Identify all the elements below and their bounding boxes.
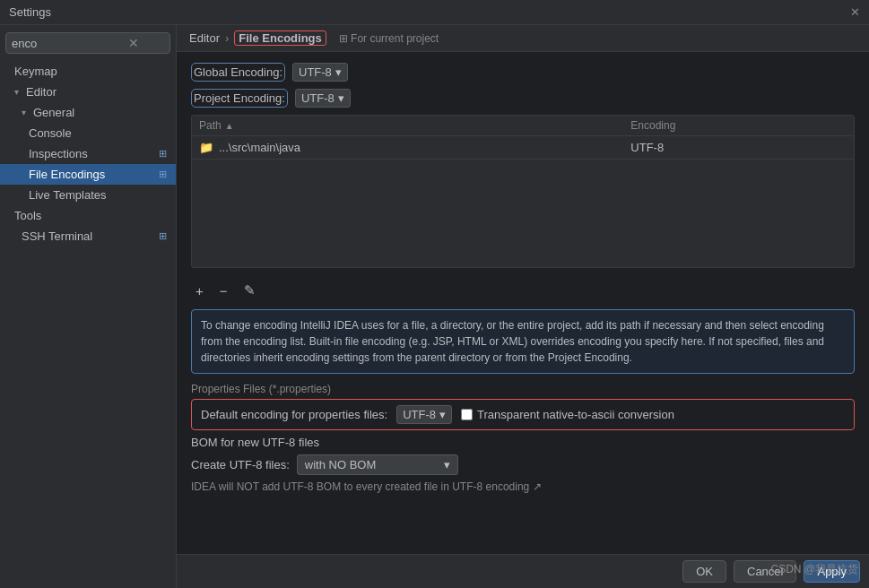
path-cell: 📁 ...\src\main\java (199, 141, 630, 154)
project-encoding-select[interactable]: UTF-8 ▾ (295, 89, 351, 108)
prop-select-arrow: ▾ (439, 408, 446, 421)
breadcrumb-sep: › (225, 31, 229, 45)
content-area: ✕ Keymap ▾ Editor ▾ General Console (0, 25, 869, 588)
settings-content: Global Encoding: UTF-8 ▾ Project Encodin… (177, 52, 869, 554)
table-empty-area (192, 160, 854, 267)
search-input[interactable] (12, 37, 128, 50)
idea-note: IDEA will NOT add UTF-8 BOM to every cre… (191, 480, 855, 493)
create-utf8-select[interactable]: with NO BOM ▾ (297, 454, 458, 475)
sidebar-item-console[interactable]: Console (0, 123, 176, 143)
create-utf8-row: Create UTF-8 files: with NO BOM ▾ (191, 454, 855, 475)
editor-expand: ▾ Editor (14, 85, 56, 99)
table-header: Path ▲ Encoding (192, 116, 854, 136)
default-encoding-label: Default encoding for properties files: (201, 408, 387, 421)
encoding-column-header: Encoding (630, 119, 847, 132)
project-encoding-wrapper: Project Encoding: (191, 89, 288, 108)
expand-arrow-general: ▾ (22, 108, 26, 117)
global-encoding-wrapper: Global Encoding: (191, 63, 285, 82)
transparent-conversion-label: Transparent native-to-ascii conversion (477, 408, 674, 421)
clear-search-icon[interactable]: ✕ (128, 36, 139, 50)
transparent-conversion-checkbox-area: Transparent native-to-ascii conversion (461, 408, 674, 421)
sidebar-item-inspections[interactable]: Inspections ⊞ (0, 143, 176, 164)
expand-arrow-editor: ▾ (14, 87, 19, 97)
transparent-conversion-checkbox[interactable] (461, 409, 473, 420)
close-icon[interactable]: ✕ (850, 5, 860, 19)
encoding-cell: UTF-8 (630, 141, 847, 154)
properties-section: Properties Files (*.properties) Default … (191, 383, 855, 430)
sidebar-item-editor[interactable]: ▾ Editor (0, 82, 176, 102)
sidebar-item-tools[interactable]: Tools (0, 205, 176, 226)
toolbar-row: + − ✎ (191, 277, 855, 304)
breadcrumb-editor: Editor (189, 31, 220, 45)
file-encodings-icon: ⊞ (159, 169, 167, 180)
window-title: Settings (9, 5, 51, 19)
watermark: CSDN @我是坑货 (770, 562, 858, 577)
sidebar-item-keymap[interactable]: Keymap (0, 61, 176, 82)
project-encoding-label: Project Encoding: (194, 91, 285, 105)
path-column-header[interactable]: Path ▲ (199, 119, 630, 132)
title-bar: Settings ✕ (0, 0, 869, 25)
info-box: To change encoding IntelliJ IDEA uses fo… (191, 309, 855, 374)
table-row[interactable]: 📁 ...\src\main\java UTF-8 (192, 136, 854, 160)
sidebar-item-general[interactable]: ▾ General (0, 102, 176, 123)
project-encoding-row: Project Encoding: UTF-8 ▾ (191, 89, 855, 108)
ok-button[interactable]: OK (682, 560, 726, 583)
remove-button[interactable]: − (215, 281, 232, 300)
bom-label: BOM for new UTF-8 files (191, 436, 319, 449)
properties-inner: Default encoding for properties files: U… (191, 399, 855, 430)
global-encoding-arrow: ▾ (335, 65, 342, 79)
create-utf8-label: Create UTF-8 files: (191, 458, 290, 471)
search-box: ✕ (5, 32, 170, 54)
breadcrumb-bar: Editor › File Encodings ⊞ For current pr… (177, 25, 869, 52)
sidebar-item-file-encodings[interactable]: File Encodings ⊞ (0, 164, 176, 185)
bom-row: BOM for new UTF-8 files (191, 436, 855, 449)
default-encoding-select[interactable]: UTF-8 ▾ (396, 405, 452, 424)
global-encoding-label: Global Encoding: (194, 65, 282, 79)
breadcrumb-current: File Encodings (234, 30, 326, 46)
sidebar-item-live-templates[interactable]: Live Templates (0, 185, 176, 205)
project-encoding-arrow: ▾ (338, 91, 344, 105)
sidebar-item-ssh-terminal[interactable]: SSH Terminal ⊞ (0, 226, 176, 246)
inspections-icon: ⊞ (159, 148, 167, 160)
add-button[interactable]: + (191, 281, 208, 300)
global-encoding-select[interactable]: UTF-8 ▾ (292, 63, 348, 82)
sidebar: ✕ Keymap ▾ Editor ▾ General Console (0, 25, 177, 588)
sort-arrow-icon: ▲ (225, 121, 234, 131)
file-encoding-table: Path ▲ Encoding 📁 ...\src\main\java UTF-… (191, 115, 855, 268)
for-project-note: ⊞ For current project (339, 32, 439, 45)
global-encoding-row: Global Encoding: UTF-8 ▾ (191, 63, 855, 82)
folder-icon: 📁 (199, 141, 213, 154)
bottom-bar: OK Cancel Apply (177, 554, 869, 588)
ssh-terminal-icon: ⊞ (159, 230, 167, 242)
create-select-arrow: ▾ (444, 458, 450, 471)
edit-button[interactable]: ✎ (239, 281, 260, 300)
properties-label: Properties Files (*.properties) (191, 383, 855, 395)
main-panel: Editor › File Encodings ⊞ For current pr… (177, 25, 869, 588)
settings-window: Settings ✕ ✕ Keymap ▾ Editor ▾ Genera (0, 0, 869, 588)
